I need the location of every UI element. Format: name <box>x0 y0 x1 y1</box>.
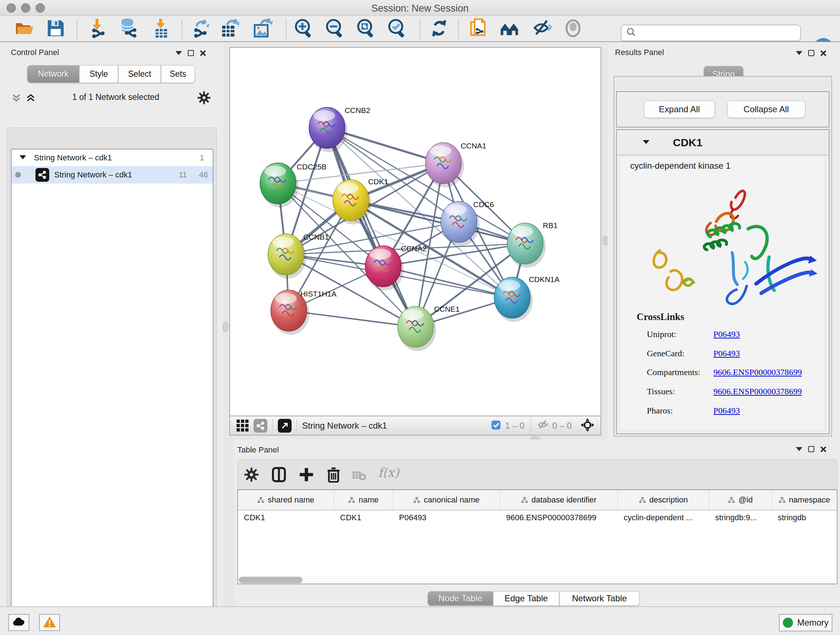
crosslink-pharos-link[interactable]: P06493 <box>714 406 740 416</box>
zoom-selected-button[interactable] <box>387 19 408 39</box>
table-gear-icon[interactable] <box>243 467 259 484</box>
network-canvas[interactable]: CCNB2CCNA1CDC25BCDK1CDC6RB1CCNB1CCNA2CDK… <box>229 47 601 416</box>
export-table-button[interactable] <box>220 19 241 39</box>
network-row-selected[interactable]: String Network – cdk1 11 48 <box>11 166 213 184</box>
network-node-CDC6[interactable] <box>441 201 477 242</box>
cloud-button[interactable] <box>8 614 29 631</box>
export-network-button[interactable] <box>191 19 212 39</box>
import-network-icon <box>88 18 108 40</box>
close-panel-icon[interactable] <box>820 446 826 452</box>
zoom-in-button[interactable] <box>294 19 315 39</box>
add-column-icon[interactable] <box>298 467 314 484</box>
network-node-CDK1[interactable] <box>333 180 369 221</box>
show-graphics-details-button[interactable] <box>563 19 583 39</box>
cdk1-card-header[interactable]: CDK1 <box>617 130 829 155</box>
svg-text:CDK1: CDK1 <box>368 178 388 186</box>
collapse-all-networks-button[interactable] <box>11 93 22 105</box>
crosslink-uniprot-link[interactable]: P06493 <box>714 329 740 339</box>
zoom-fit-icon <box>356 18 377 40</box>
tab-edge-table[interactable]: Edge Table <box>493 591 559 606</box>
svg-text:CCNB1: CCNB1 <box>303 233 329 241</box>
selected-nodes-checkbox[interactable] <box>491 420 501 432</box>
export-table-icon <box>220 18 241 40</box>
float-window-icon[interactable] <box>808 446 814 452</box>
column-header[interactable]: namespace <box>772 490 837 510</box>
open-session-button[interactable] <box>14 19 35 39</box>
delete-column-trash-icon[interactable] <box>326 467 341 484</box>
column-header[interactable]: canonical name <box>393 490 500 510</box>
tab-select[interactable]: Select <box>118 65 161 83</box>
network-node-CCNB2[interactable] <box>309 107 345 149</box>
clone-network-button[interactable] <box>468 19 489 39</box>
toolbar-separator <box>272 418 273 433</box>
export-image-button[interactable] <box>252 19 273 39</box>
cloud-icon <box>11 616 26 629</box>
left-splitter-handle[interactable] <box>223 322 228 332</box>
apply-layout-button[interactable] <box>429 19 449 39</box>
expand-all-button[interactable]: Expand All <box>644 101 715 118</box>
import-table-button[interactable] <box>151 19 172 39</box>
search-field[interactable] <box>621 25 801 41</box>
network-node-CCNE1[interactable] <box>398 306 434 348</box>
node-table: shared name name canonical name database… <box>237 489 837 584</box>
string-network-badge-icon[interactable] <box>254 419 267 432</box>
tab-node-table[interactable]: Node Table <box>428 591 493 606</box>
search-input[interactable] <box>637 28 792 38</box>
close-panel-icon[interactable] <box>820 50 826 56</box>
collapse-all-button[interactable]: Collapse All <box>727 101 805 118</box>
tab-network[interactable]: Network <box>27 65 79 83</box>
panel-menu-icon[interactable] <box>175 51 182 55</box>
crosslink-genecard-link[interactable]: P06493 <box>714 348 740 358</box>
float-window-icon[interactable] <box>188 50 194 56</box>
network-collection-row[interactable]: String Network – cdk1 1 <box>11 149 213 166</box>
titlebar: Session: New Session <box>0 0 840 16</box>
tab-style[interactable]: Style <box>79 65 118 83</box>
column-header[interactable]: description <box>618 490 709 510</box>
right-splitter-handle[interactable] <box>603 236 608 245</box>
fit-selected-crosshair-icon[interactable] <box>580 418 595 434</box>
crosslink-tissues-link[interactable]: 9606.ENSP00000378699 <box>714 386 802 396</box>
network-options-gear-icon[interactable] <box>197 90 211 106</box>
network-node-CCNA1[interactable] <box>425 143 462 184</box>
column-header[interactable]: @id <box>709 490 772 510</box>
open-in-new-window-button[interactable] <box>278 419 292 432</box>
network-node-RB1[interactable] <box>507 223 543 264</box>
column-header[interactable]: database identifier <box>500 490 618 510</box>
grid-view-icon[interactable] <box>237 420 248 432</box>
network-node-CDC25B[interactable] <box>260 163 296 204</box>
panel-menu-icon[interactable] <box>796 51 802 55</box>
select-columns-icon[interactable] <box>271 467 287 484</box>
tab-network-table[interactable]: Network Table <box>559 591 639 606</box>
table-panel-title: Table Panel <box>237 445 279 455</box>
collection-expand-icon[interactable] <box>19 155 26 159</box>
network-node-CDKN1A[interactable] <box>494 277 531 318</box>
network-node-CCNA2[interactable] <box>365 246 401 287</box>
collapse-card-icon[interactable] <box>643 140 649 144</box>
import-network-button[interactable] <box>88 19 108 39</box>
import-network-from-database-button[interactable] <box>118 19 139 39</box>
column-header[interactable]: name <box>334 490 393 510</box>
hidden-eye-slash-icon[interactable] <box>537 419 549 432</box>
main-toolbar: ? <box>0 16 840 42</box>
zoom-fit-button[interactable] <box>356 19 377 39</box>
memory-button[interactable]: Memory <box>779 614 832 631</box>
crosslink-compartments-link[interactable]: 9606.ENSP00000378699 <box>714 367 802 377</box>
close-panel-icon[interactable] <box>200 50 206 56</box>
network-status-dot <box>15 172 21 178</box>
column-header[interactable]: shared name <box>238 490 334 510</box>
hide-graphics-details-button[interactable] <box>531 19 552 39</box>
zoom-out-button[interactable] <box>325 19 346 39</box>
table-horizontal-scrollbar[interactable] <box>239 576 836 584</box>
save-session-button[interactable] <box>46 19 65 39</box>
tab-sets[interactable]: Sets <box>161 65 195 83</box>
birds-eye-view-button[interactable] <box>499 19 520 39</box>
network-node-CCNB1[interactable] <box>268 234 304 275</box>
panel-menu-icon[interactable] <box>796 447 802 451</box>
copy-network-icon <box>468 18 489 40</box>
warnings-button[interactable] <box>39 614 60 631</box>
hidden-counts: 0 – 0 <box>553 421 572 431</box>
float-window-icon[interactable] <box>808 50 814 56</box>
table-row[interactable]: CDK1 CDK1 P06493 9606.ENSP00000378699 cy… <box>238 510 837 525</box>
scrollbar-thumb[interactable] <box>239 577 302 583</box>
expand-all-networks-button[interactable] <box>25 93 36 105</box>
